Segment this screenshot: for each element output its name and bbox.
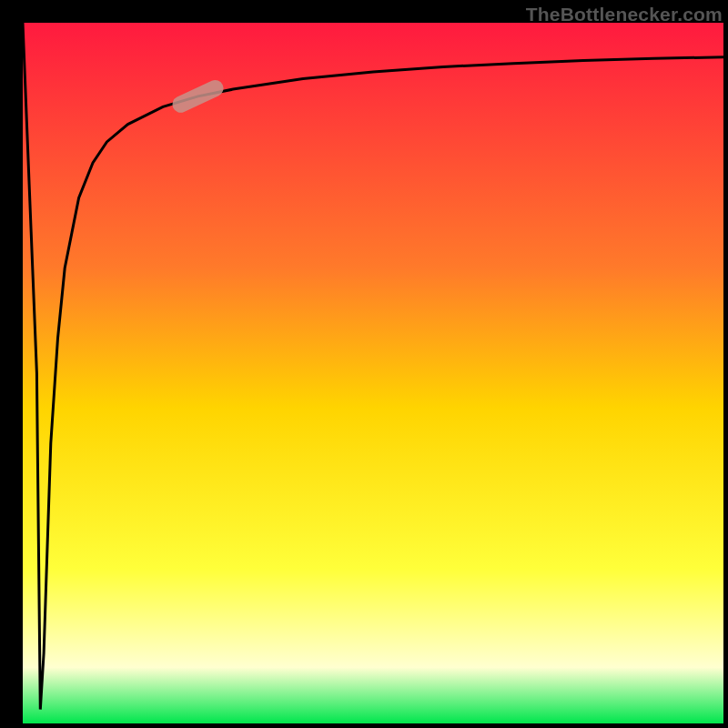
- chart-svg: [23, 23, 723, 723]
- watermark-label: TheBottlenecker.com: [526, 4, 723, 25]
- chart-frame: TheBottlenecker.com: [0, 0, 728, 728]
- plot-background: [23, 23, 723, 723]
